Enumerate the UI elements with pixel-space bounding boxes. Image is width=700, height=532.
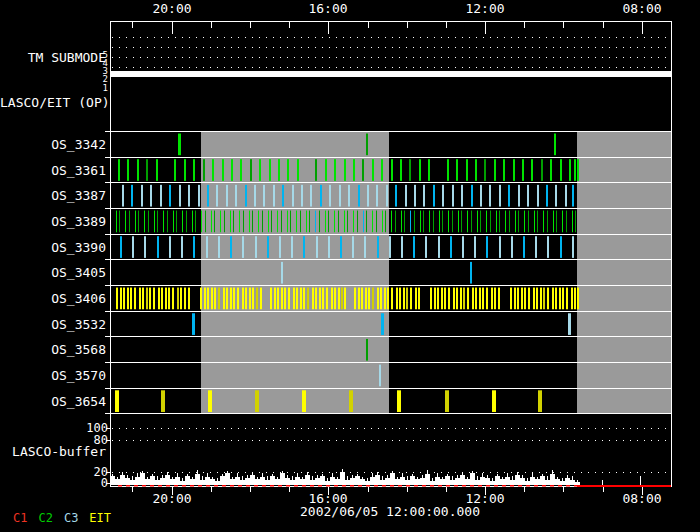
tm-submode-ytick: 5: [0, 51, 108, 59]
tm-submode-ytick: 2: [0, 75, 108, 83]
hour-tick-bottom: [563, 487, 564, 492]
hour-tick-bottom: [211, 487, 212, 492]
row-boundary-tick: [105, 285, 110, 286]
hour-tick-bottom: [407, 487, 408, 492]
row-label-os_3361: OS_3361: [0, 162, 106, 177]
time-axis-label-top: 20:00: [152, 1, 191, 16]
instrument-legend: C1C2C3EIT: [13, 511, 111, 525]
buffer-ytick: [106, 428, 110, 429]
hour-tick-bottom-major: [485, 487, 486, 495]
row-boundary-tick: [105, 131, 110, 132]
hour-tick-bottom-major: [172, 487, 173, 495]
hour-tick-bottom: [250, 487, 251, 492]
hour-tick-bottom-major: [328, 487, 329, 495]
row-label-os_3654: OS_3654: [0, 393, 106, 408]
row-boundary-tick: [105, 413, 110, 414]
legend-item-c3: C3: [64, 511, 78, 525]
hour-tick-bottom-major: [642, 487, 643, 495]
hour-tick-bottom: [368, 487, 369, 492]
buffer-ytick: [106, 483, 110, 484]
timeline-plot-canvas: [110, 21, 672, 487]
buffer-ytick-label: 80: [0, 433, 108, 447]
row-label-os_3406: OS_3406: [0, 290, 106, 305]
date-label: 2002/06/05 12:00:00.000: [300, 504, 480, 519]
hour-tick-bottom: [446, 487, 447, 492]
row-label-os_3387: OS_3387: [0, 188, 106, 203]
row-boundary-tick: [105, 259, 110, 260]
row-boundary-tick: [105, 182, 110, 183]
row-label-os_3342: OS_3342: [0, 136, 106, 151]
legend-item-c1: C1: [13, 511, 27, 525]
time-axis-label-top: 16:00: [308, 1, 347, 16]
buffer-ytick: [106, 472, 110, 473]
hour-tick-bottom: [132, 487, 133, 492]
hour-tick-bottom: [289, 487, 290, 492]
row-boundary-tick: [105, 388, 110, 389]
tm-submode-ytick: 1: [0, 84, 108, 92]
row-boundary-tick: [105, 336, 110, 337]
buffer-ytick-label: 0: [0, 476, 108, 490]
row-boundary-tick: [105, 208, 110, 209]
lasco-eit-op-label: LASCO/EIT (OP): [0, 95, 106, 110]
time-axis-label-top: 08:00: [622, 1, 661, 16]
buffer-ytick: [106, 440, 110, 441]
row-label-os_3532: OS_3532: [0, 316, 106, 331]
row-boundary-tick: [105, 157, 110, 158]
hour-tick-bottom: [603, 487, 604, 492]
hour-tick-bottom: [524, 487, 525, 492]
tm-submode-ytick: 3: [0, 67, 108, 75]
tm-submode-ytick: 4: [0, 59, 108, 67]
row-label-os_3570: OS_3570: [0, 367, 106, 382]
row-boundary-tick: [105, 234, 110, 235]
row-boundary-tick: [105, 362, 110, 363]
legend-item-eit: EIT: [89, 511, 111, 525]
row-label-os_3390: OS_3390: [0, 239, 106, 254]
timeline-plot-window: TM SUBMODE LASCO/EIT (OP) LASCO-buffer 2…: [0, 0, 700, 532]
row-boundary-tick: [105, 311, 110, 312]
time-axis-label-top: 12:00: [465, 1, 504, 16]
legend-item-c2: C2: [38, 511, 52, 525]
row-label-os_3568: OS_3568: [0, 342, 106, 357]
row-label-os_3389: OS_3389: [0, 213, 106, 228]
row-label-os_3405: OS_3405: [0, 265, 106, 280]
